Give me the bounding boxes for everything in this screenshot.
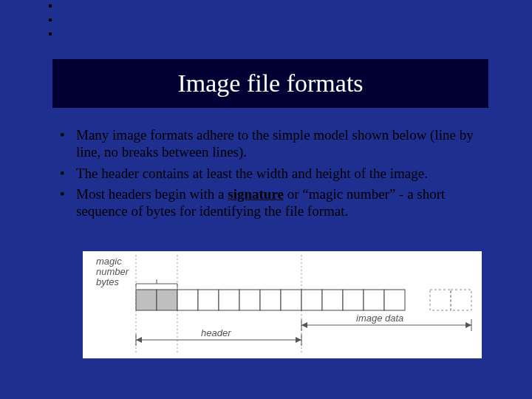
svg-rect-12 (301, 290, 322, 310)
svg-rect-7 (198, 290, 219, 310)
magic-label-line1: magic (96, 256, 122, 267)
header-label: header (201, 327, 231, 338)
magic-label-line2: number (96, 266, 129, 277)
slide-title: Image file formats (177, 69, 363, 98)
bullet-text: The header contains at least the width a… (76, 166, 428, 181)
svg-rect-6 (177, 290, 198, 310)
magic-label-line3: bytes (96, 276, 120, 287)
bullet-text-signature: signature (228, 186, 284, 202)
svg-rect-14 (343, 290, 364, 310)
bullet-item: The header contains at least the width a… (55, 166, 491, 183)
decorative-dots (49, 4, 52, 47)
svg-rect-11 (281, 290, 301, 310)
body-text: Many image formats adhere to the simple … (55, 127, 491, 225)
file-format-diagram: magic number bytes header (83, 251, 482, 358)
title-band: Image file formats (52, 59, 488, 108)
svg-rect-9 (239, 290, 260, 310)
svg-rect-13 (322, 290, 343, 310)
bullet-text-pre: Most headers begin with a (76, 186, 228, 202)
bullet-list: Many image formats adhere to the simple … (55, 127, 491, 220)
bullet-item: Most headers begin with a signature or “… (55, 186, 491, 220)
diagram-container: magic number bytes header (83, 251, 482, 358)
svg-rect-10 (260, 290, 281, 310)
svg-rect-4 (136, 290, 157, 310)
svg-rect-15 (364, 290, 384, 310)
slide: Image file formats Many image formats ad… (0, 0, 532, 399)
image-data-label: image data (356, 313, 403, 324)
svg-rect-16 (384, 290, 405, 310)
svg-rect-8 (219, 290, 239, 310)
bullet-item: Many image formats adhere to the simple … (55, 127, 491, 161)
svg-rect-5 (157, 290, 177, 310)
bullet-text: Many image formats adhere to the simple … (76, 127, 474, 160)
